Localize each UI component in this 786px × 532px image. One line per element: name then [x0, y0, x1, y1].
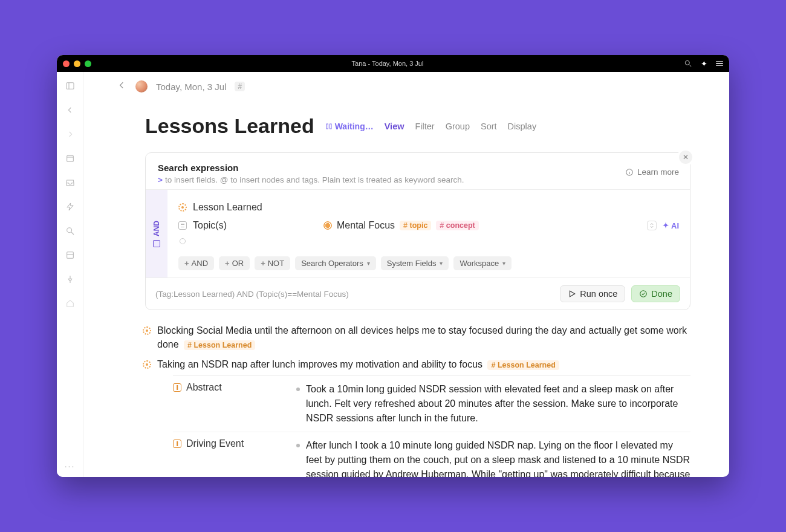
breadcrumb: Today, Mon, 3 Jul # — [83, 80, 729, 96]
titlebar-right: ✦ — [684, 59, 723, 68]
expression-row-field[interactable]: Topic(s) Mental Focus topic concept ✦AI — [178, 216, 679, 235]
result-text: Taking an NSDR nap after lunch improves … — [157, 359, 482, 369]
svg-marker-15 — [570, 291, 575, 296]
titlebar: Tana - Today, Mon, 3 Jul ✦ — [57, 55, 729, 72]
expression-tag-value: Lesson Learned — [193, 202, 262, 213]
search-sidebar-icon[interactable] — [65, 225, 76, 236]
more-icon[interactable]: ··· — [65, 461, 76, 471]
tab-view[interactable]: View — [385, 122, 404, 131]
expression-row-empty[interactable] — [178, 235, 679, 248]
svg-rect-4 — [67, 155, 73, 161]
svg-rect-2 — [67, 83, 74, 89]
tab-sort[interactable]: Sort — [481, 122, 497, 131]
close-window-button[interactable] — [63, 60, 70, 67]
field-key: Driving Event — [186, 438, 244, 449]
panel-hint: >to insert fields. @ to insert nodes and… — [158, 175, 678, 184]
node-bullet-icon — [143, 360, 151, 369]
tag-lesson-learned[interactable]: Lesson Learned — [487, 360, 559, 370]
svg-line-7 — [71, 232, 74, 235]
nav-back-icon[interactable] — [65, 105, 76, 115]
field-icon — [178, 221, 187, 230]
back-button[interactable] — [117, 80, 127, 92]
svg-rect-11 — [330, 124, 331, 129]
breadcrumb-label[interactable]: Today, Mon, 3 Jul — [156, 82, 226, 92]
pin-icon[interactable] — [65, 274, 76, 285]
field-value[interactable]: After lunch I took a 10 minute long guid… — [306, 438, 690, 477]
library-icon[interactable] — [65, 250, 76, 261]
chip-workspace[interactable]: Workspace▾ — [453, 256, 512, 270]
run-once-button[interactable]: Run once — [560, 285, 625, 302]
bolt-icon[interactable] — [65, 201, 76, 212]
chip-search-operators[interactable]: Search Operators▾ — [295, 256, 376, 270]
tab-display[interactable]: Display — [508, 122, 537, 131]
node-bullet-icon — [143, 326, 151, 335]
chip-system-fields[interactable]: System Fields▾ — [381, 256, 449, 270]
window-title: Tana - Today, Mon, 3 Jul — [91, 60, 684, 67]
bullet-icon — [296, 388, 300, 391]
chip-not[interactable]: +NOT — [255, 256, 290, 270]
breadcrumb-hash[interactable]: # — [235, 82, 245, 91]
tab-group[interactable]: Group — [446, 122, 470, 131]
today-icon[interactable] — [65, 153, 76, 164]
maximize-window-button[interactable] — [85, 60, 91, 67]
minimize-window-button[interactable] — [74, 60, 80, 67]
field-row-driving-event: Driving Event After lunch I took a 10 mi… — [173, 432, 690, 477]
svg-rect-8 — [67, 252, 73, 259]
nav-forward-icon[interactable] — [65, 129, 76, 140]
expression-field-value: Mental Focus — [337, 220, 395, 231]
app-window: Tana - Today, Mon, 3 Jul ✦ ··· — [57, 55, 729, 477]
field-key: Abstract — [186, 382, 222, 393]
chip-or[interactable]: +OR — [219, 256, 250, 270]
tab-filter[interactable]: Filter — [415, 122, 434, 131]
operator-chips: +AND +OR +NOT Search Operators▾ System F… — [178, 256, 679, 270]
and-gutter-icon — [153, 240, 160, 247]
svg-line-1 — [689, 65, 692, 67]
empty-bullet-icon — [180, 238, 186, 244]
result-item[interactable]: Blocking Social Media until the afternoo… — [143, 323, 690, 351]
expression-row-tag[interactable]: Lesson Learned — [178, 198, 679, 216]
chip-and[interactable]: +AND — [178, 256, 214, 270]
field-row-abstract: Abstract Took a 10min long guided NSDR s… — [173, 375, 690, 432]
view-tabs: View Filter Group Sort Display — [385, 122, 536, 131]
expand-icon[interactable] — [647, 221, 657, 230]
left-sidebar: ··· — [57, 72, 83, 477]
inbox-icon[interactable] — [65, 177, 76, 188]
panel-title: Search expression — [158, 163, 678, 173]
expression-field-name: Topic(s) — [193, 220, 227, 231]
tag-lesson-learned[interactable]: Lesson Learned — [184, 340, 255, 350]
and-gutter: AND — [146, 190, 167, 277]
main-content: Today, Mon, 3 Jul # Lessons Learned Wait… — [83, 72, 729, 477]
field-icon — [173, 383, 181, 392]
close-icon[interactable]: ✕ — [679, 151, 692, 164]
svg-point-6 — [67, 228, 71, 233]
panel-toggle-icon[interactable] — [65, 80, 76, 91]
menu-icon[interactable] — [716, 61, 723, 66]
page-title: Lessons Learned — [145, 114, 314, 138]
field-value[interactable]: Took a 10min long guided NSDR session wi… — [306, 382, 690, 426]
query-string: (Tag:Lesson Learned) AND (Topic(s)==Ment… — [155, 290, 349, 299]
result-item[interactable]: Taking an NSDR nap after lunch improves … — [143, 357, 690, 477]
home-icon[interactable] — [65, 298, 76, 309]
and-gutter-label: AND — [152, 221, 161, 236]
bullet-icon — [296, 444, 300, 447]
svg-point-16 — [640, 291, 647, 297]
svg-point-0 — [685, 60, 689, 65]
results-list: Blocking Social Media until the afternoo… — [83, 310, 729, 477]
ai-button[interactable]: ✦AI — [663, 221, 679, 230]
avatar — [135, 80, 148, 92]
extensions-icon[interactable]: ✦ — [701, 59, 707, 68]
done-button[interactable]: Done — [631, 285, 680, 302]
window-controls — [63, 60, 91, 67]
view-status[interactable]: Waiting… — [325, 122, 374, 131]
svg-rect-10 — [326, 124, 328, 129]
field-icon — [173, 440, 181, 448]
search-icon[interactable] — [684, 59, 692, 68]
tag-topic[interactable]: topic — [400, 221, 431, 230]
tag-concept[interactable]: concept — [436, 221, 478, 230]
node-bullet-icon — [323, 221, 332, 230]
node-bullet-icon — [178, 203, 187, 212]
search-expression-panel: ✕ Search expression Learn more >to inser… — [145, 152, 690, 310]
learn-more-link[interactable]: Learn more — [625, 167, 679, 177]
